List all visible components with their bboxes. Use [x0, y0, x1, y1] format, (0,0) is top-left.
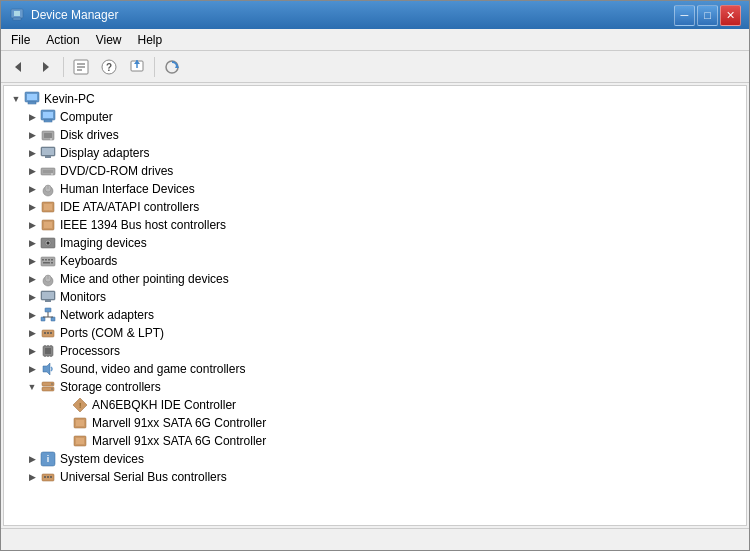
- tree-node-usb[interactable]: ▶ Universal Serial Bus controllers: [4, 468, 746, 486]
- expander-monitors[interactable]: ▶: [24, 289, 40, 305]
- svg-rect-41: [41, 257, 55, 266]
- imaging-label: Imaging devices: [60, 236, 147, 250]
- tree-node-ide[interactable]: ▶ IDE ATA/ATAPI controllers: [4, 198, 746, 216]
- svg-rect-44: [48, 259, 50, 261]
- ports-label: Ports (COM & LPT): [60, 326, 164, 340]
- network-label: Network adapters: [60, 308, 154, 322]
- expander-display[interactable]: ▶: [24, 145, 40, 161]
- tree-node-processors[interactable]: ▶ Processors: [4, 342, 746, 360]
- svg-rect-26: [42, 148, 54, 155]
- ide-label: IDE ATA/ATAPI controllers: [60, 200, 199, 214]
- svg-rect-2: [14, 11, 20, 16]
- scan-button[interactable]: [159, 54, 185, 80]
- processors-label: Processors: [60, 344, 120, 358]
- tree-node-display[interactable]: ▶ Display adapters: [4, 144, 746, 162]
- tree-node-monitors[interactable]: ▶ Monitors: [4, 288, 746, 306]
- tree-node-dvd[interactable]: ▶ DVD/CD-ROM drives: [4, 162, 746, 180]
- toolbar: ?: [1, 51, 749, 83]
- imaging-icon: [40, 235, 56, 251]
- help-button[interactable]: ?: [96, 54, 122, 80]
- svg-point-24: [50, 138, 52, 140]
- status-bar: [1, 528, 749, 550]
- svg-rect-56: [51, 317, 55, 321]
- main-content[interactable]: ▼ Kevin-PC ▶: [3, 85, 747, 526]
- expander-ide[interactable]: ▶: [24, 199, 40, 215]
- expander-keyboards[interactable]: ▶: [24, 253, 40, 269]
- tree-node-ieee[interactable]: ▶ IEEE 1394 Bus host controllers: [4, 216, 746, 234]
- tree-node-sound[interactable]: ▶ Sound, video and game controllers: [4, 360, 746, 378]
- tree-node-keyboards[interactable]: ▶ Keyboards: [4, 252, 746, 270]
- tree-node-ports[interactable]: ▶ Ports (COM & LPT): [4, 324, 746, 342]
- tree-node-system[interactable]: ▶ i System devices: [4, 450, 746, 468]
- menu-action[interactable]: Action: [38, 29, 87, 50]
- tree-node-ide-ctrl[interactable]: ▶ ! AN6EBQKH IDE Controller: [4, 396, 746, 414]
- svg-rect-65: [45, 348, 51, 354]
- expander-dvd[interactable]: ▶: [24, 163, 40, 179]
- tree-node-imaging[interactable]: ▶ Imaging devices: [4, 234, 746, 252]
- svg-marker-72: [43, 363, 50, 375]
- svg-point-40: [47, 242, 50, 245]
- tree-node-marvell2[interactable]: ▶ Marvell 91xx SATA 6G Controller: [4, 432, 746, 450]
- expander-processors[interactable]: ▶: [24, 343, 40, 359]
- tree-node-marvell1[interactable]: ▶ Marvell 91xx SATA 6G Controller: [4, 414, 746, 432]
- svg-rect-80: [76, 420, 84, 426]
- expander-usb[interactable]: ▶: [24, 469, 40, 485]
- svg-marker-4: [43, 62, 49, 72]
- expander-ports[interactable]: ▶: [24, 325, 40, 341]
- display-icon: [40, 145, 56, 161]
- menu-view[interactable]: View: [88, 29, 130, 50]
- hid-label: Human Interface Devices: [60, 182, 195, 196]
- svg-rect-21: [44, 120, 52, 122]
- computer-label: Computer: [60, 110, 113, 124]
- usb-label: Universal Serial Bus controllers: [60, 470, 227, 484]
- close-button[interactable]: ✕: [720, 5, 741, 26]
- system-icon: i: [40, 451, 56, 467]
- svg-rect-45: [51, 259, 53, 261]
- disk-label: Disk drives: [60, 128, 119, 142]
- tree-node-mice[interactable]: ▶ Mice and other pointing devices: [4, 270, 746, 288]
- svg-rect-55: [41, 317, 45, 321]
- expander-network[interactable]: ▶: [24, 307, 40, 323]
- expander-imaging[interactable]: ▶: [24, 235, 40, 251]
- maximize-button[interactable]: □: [697, 5, 718, 26]
- monitors-icon: [40, 289, 56, 305]
- update-driver-button[interactable]: [124, 54, 150, 80]
- tree-node-computer[interactable]: ▶ Computer: [4, 108, 746, 126]
- expander-system[interactable]: ▶: [24, 451, 40, 467]
- tree-node-network[interactable]: ▶ Network adapters: [4, 306, 746, 324]
- tree-node-storage[interactable]: ▼ Storage controllers: [4, 378, 746, 396]
- svg-rect-53: [45, 300, 51, 302]
- expander-root[interactable]: ▼: [8, 91, 24, 107]
- marvell1-icon: [72, 415, 88, 431]
- minimize-button[interactable]: ─: [674, 5, 695, 26]
- disk-icon: [40, 127, 56, 143]
- expander-mice[interactable]: ▶: [24, 271, 40, 287]
- ide-icon: [40, 199, 56, 215]
- marvell2-label: Marvell 91xx SATA 6G Controller: [92, 434, 266, 448]
- storage-icon: [40, 379, 56, 395]
- properties-button[interactable]: [68, 54, 94, 80]
- expander-sound[interactable]: ▶: [24, 361, 40, 377]
- expander-computer[interactable]: ▶: [24, 109, 40, 125]
- storage-label: Storage controllers: [60, 380, 161, 394]
- menu-help[interactable]: Help: [130, 29, 171, 50]
- back-button[interactable]: [5, 54, 31, 80]
- dvd-icon: [40, 163, 56, 179]
- menu-file[interactable]: File: [3, 29, 38, 50]
- sound-icon: [40, 361, 56, 377]
- dvd-label: DVD/CD-ROM drives: [60, 164, 173, 178]
- tree-node-disk[interactable]: ▶ Disk drives: [4, 126, 746, 144]
- device-manager-window: Device Manager ─ □ ✕ File Action View He…: [0, 0, 750, 551]
- svg-rect-52: [42, 292, 54, 299]
- svg-rect-47: [51, 262, 53, 264]
- expander-hid[interactable]: ▶: [24, 181, 40, 197]
- marvell2-icon: [72, 433, 88, 449]
- tree-node-hid[interactable]: ▶ Human Interface Devices: [4, 180, 746, 198]
- forward-button[interactable]: [33, 54, 59, 80]
- expander-storage[interactable]: ▼: [24, 379, 40, 395]
- expander-disk[interactable]: ▶: [24, 127, 40, 143]
- system-label: System devices: [60, 452, 144, 466]
- tree-node-root[interactable]: ▼ Kevin-PC: [4, 90, 746, 108]
- svg-marker-3: [15, 62, 21, 72]
- expander-ieee[interactable]: ▶: [24, 217, 40, 233]
